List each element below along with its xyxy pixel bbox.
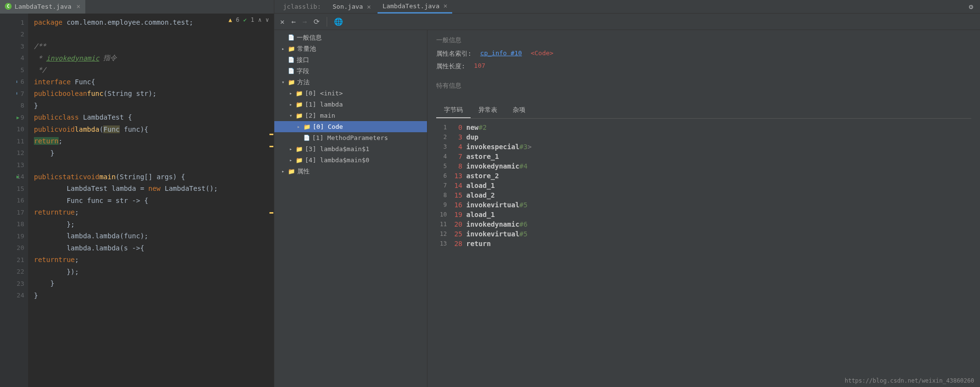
- bytecode-row[interactable]: 1019 aload_1: [436, 210, 971, 219]
- code-line[interactable]: LambdaTest lambda = new LambdaTest();: [28, 183, 274, 195]
- inspection-status[interactable]: ▲6 ✔1 ∧ ∨: [229, 16, 269, 23]
- line-number[interactable]: 18: [0, 218, 28, 231]
- line-number[interactable]: 8: [0, 100, 28, 112]
- warning-mark[interactable]: [269, 146, 273, 147]
- code-line[interactable]: public void lambda(Func func){: [28, 124, 274, 136]
- gear-icon[interactable]: ⚙: [969, 2, 973, 11]
- line-number[interactable]: 21: [0, 254, 28, 266]
- line-number[interactable]: 23: [0, 278, 28, 290]
- bytecode-row[interactable]: 714 aload_1: [436, 181, 971, 190]
- line-number[interactable]: 16: [0, 195, 28, 207]
- code-line[interactable]: interface Func{: [28, 76, 274, 88]
- code-line[interactable]: }: [28, 100, 274, 112]
- bytecode-row[interactable]: 34 invokespecial #3 >: [436, 142, 971, 152]
- code-line[interactable]: /**: [28, 40, 274, 52]
- tree-item[interactable]: ▸📁 属性: [274, 166, 427, 177]
- bytecode-row[interactable]: 815 aload_2: [436, 190, 971, 200]
- line-number[interactable]: 1: [0, 16, 28, 29]
- code-line[interactable]: return;: [28, 135, 274, 147]
- bytecode-row[interactable]: 1225 invokevirtual #5: [436, 229, 971, 239]
- bytecode-row[interactable]: 47 astore_1: [436, 152, 971, 161]
- line-number[interactable]: 13: [0, 159, 28, 171]
- bytecode-list[interactable]: 10 new #2 23 dup34 invokespecial #3 >47 …: [436, 123, 971, 248]
- code-line[interactable]: */: [28, 64, 274, 76]
- implements-icon[interactable]: ⬇: [16, 91, 18, 96]
- tree-arrow-icon[interactable]: ▾: [288, 113, 294, 118]
- bytecode-row[interactable]: 1120 invokedynamic #6: [436, 219, 971, 229]
- tree-arrow-icon[interactable]: ▸: [288, 157, 294, 163]
- tree-item[interactable]: ▾📁 [2] main: [274, 110, 427, 121]
- run-icon[interactable]: ▶: [16, 115, 19, 120]
- line-number[interactable]: 19: [0, 230, 28, 242]
- tree-arrow-icon[interactable]: ▸: [288, 146, 294, 152]
- tree-arrow-icon[interactable]: ▸: [296, 124, 301, 129]
- cp-link[interactable]: cp_info #10: [480, 49, 522, 58]
- tree-arrow-icon[interactable]: ▸: [288, 91, 294, 96]
- bytecode-row[interactable]: 23 dup: [436, 132, 971, 142]
- line-number[interactable]: 3: [0, 40, 28, 52]
- bytecode-row[interactable]: 1328 return: [436, 239, 971, 248]
- jclasslib-tab[interactable]: Son.java ×: [328, 0, 376, 13]
- refresh-icon[interactable]: ⟳: [314, 17, 320, 26]
- code-line[interactable]: public boolean func(String str);: [28, 88, 274, 100]
- close-icon[interactable]: ×: [76, 2, 80, 10]
- run-icon[interactable]: ▶: [16, 174, 19, 179]
- tree-item[interactable]: ▸📁 常量池: [274, 43, 427, 54]
- back-icon[interactable]: ←: [291, 17, 296, 26]
- tree-item[interactable]: ▸📁 [4] lambda$main$0: [274, 155, 427, 166]
- detail-tab-exceptions[interactable]: 异常表: [471, 103, 505, 118]
- tree-item[interactable]: ▸📁 [1] lambda: [274, 99, 427, 110]
- bytecode-row[interactable]: 916 invokevirtual #5: [436, 200, 971, 210]
- code-line[interactable]: lambda.lambda(s ->{: [28, 242, 274, 254]
- line-number[interactable]: 2: [0, 29, 28, 41]
- bytecode-row[interactable]: 10 new #2: [436, 123, 971, 132]
- line-number[interactable]: 6⬇: [0, 76, 28, 88]
- warning-mark[interactable]: [269, 134, 273, 135]
- tree-item[interactable]: ▸📁 [0] Code: [274, 121, 427, 132]
- globe-icon[interactable]: 🌐: [334, 17, 343, 26]
- tree-item[interactable]: 📄 [1] MethodParameters: [274, 132, 427, 143]
- tree-item[interactable]: ▸📁 [0] <init>: [274, 88, 427, 99]
- tree-item[interactable]: 📄 一般信息: [274, 32, 427, 43]
- detail-tab-misc[interactable]: 杂项: [505, 103, 533, 118]
- tree-arrow-icon[interactable]: ▾: [280, 79, 286, 85]
- code-line[interactable]: lambda.lambda(func);: [28, 230, 274, 242]
- tree-item[interactable]: 📄 字段: [274, 65, 427, 77]
- code-line[interactable]: return true;: [28, 254, 274, 266]
- close-icon[interactable]: ✕: [280, 17, 285, 26]
- code-line[interactable]: }: [28, 278, 274, 290]
- line-number[interactable]: 15: [0, 183, 28, 195]
- code-line[interactable]: public class LambdaTest {: [28, 111, 274, 124]
- code-line[interactable]: [28, 159, 274, 171]
- code-line[interactable]: public static void main(String[] args) {: [28, 171, 274, 183]
- code-line[interactable]: * invokedynamic 指令: [28, 52, 274, 64]
- chevron-down-icon[interactable]: ∨: [266, 16, 269, 23]
- line-number[interactable]: 24: [0, 290, 28, 302]
- code-area[interactable]: package com.lemon.employee.common.test;/…: [28, 14, 274, 387]
- bytecode-row[interactable]: 58 invokedynamic #4: [436, 161, 971, 171]
- code-line[interactable]: });: [28, 266, 274, 278]
- editor-area[interactable]: ▲6 ✔1 ∧ ∨ 123456⬇7⬇89▶1011121314▶1516171…: [0, 14, 274, 387]
- line-number[interactable]: 7⬇: [0, 88, 28, 100]
- detail-tab-bytecode[interactable]: 字节码: [436, 103, 471, 118]
- error-stripe[interactable]: [269, 14, 274, 387]
- chevron-up-icon[interactable]: ∧: [258, 16, 262, 23]
- implements-icon[interactable]: ⬇: [16, 79, 18, 84]
- line-number[interactable]: 12: [0, 147, 28, 159]
- line-number[interactable]: 9▶: [0, 111, 28, 124]
- line-number[interactable]: 10: [0, 124, 28, 136]
- tree-arrow-icon[interactable]: ▸: [280, 169, 286, 174]
- tree-item[interactable]: 📄 接口: [274, 54, 427, 65]
- line-number[interactable]: 22: [0, 266, 28, 278]
- tree-arrow-icon[interactable]: ▸: [280, 46, 286, 51]
- jclasslib-tab[interactable]: LambdaTest.java ×: [378, 0, 452, 14]
- editor-tab[interactable]: C LambdaTest.java ×: [0, 0, 85, 14]
- warning-mark[interactable]: [269, 212, 273, 214]
- line-number[interactable]: 20: [0, 242, 28, 254]
- code-line[interactable]: }: [28, 290, 274, 302]
- tree-item[interactable]: ▾📁 方法: [274, 77, 427, 88]
- bytecode-row[interactable]: 613 astore_2: [436, 171, 971, 181]
- code-line[interactable]: };: [28, 218, 274, 231]
- line-number[interactable]: 4: [0, 52, 28, 64]
- code-line[interactable]: [28, 29, 274, 41]
